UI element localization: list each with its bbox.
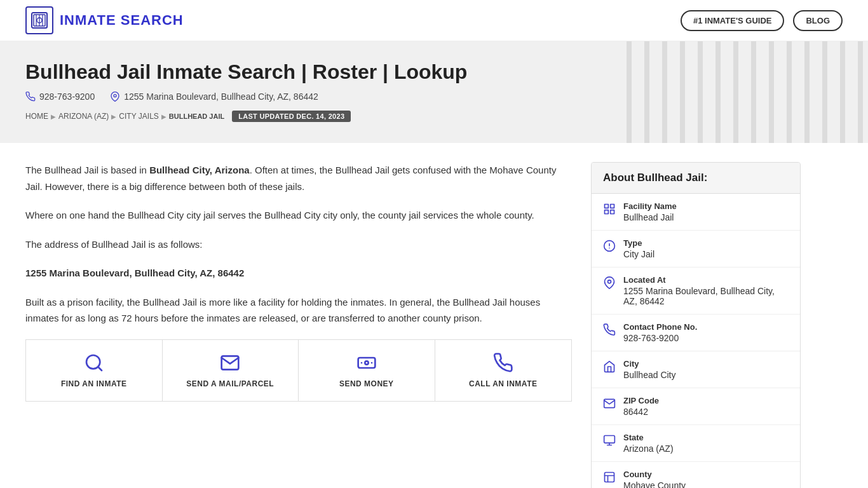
para-1: The Bullhead Jail is based in Bullhead C… [25,162,572,194]
sidebar: About Bullhead Jail: Facility Name Bullh… [591,162,801,488]
city-label: City [623,359,676,369]
location-value: 1255 Marina Boulevard, Bullhead City, AZ… [623,286,789,306]
breadcrumb-sep-3: ▶ [161,113,166,120]
svg-rect-17 [604,436,615,444]
address-block: 1255 Marina Boulevard, Bullhead City, AZ… [25,265,572,281]
svg-point-16 [608,280,611,283]
search-icon [84,353,104,373]
send-money-label: SEND MONEY [339,379,394,388]
facility-name-content: Facility Name Bullhead Jail [623,201,677,222]
svg-rect-14 [605,210,609,214]
zip-value: 86442 [623,407,659,417]
county-icon [603,471,616,484]
zip-label: ZIP Code [623,396,659,405]
type-value: City Jail [623,249,654,259]
location-pin-icon [603,276,616,289]
header-nav: #1 INMATE'S GUIDE BLOG [681,10,843,31]
city-content: City Bullhead City [623,359,676,380]
hero-section: Bullhead Jail Inmate Search | Roster | L… [0,41,868,143]
breadcrumb-state[interactable]: ARIZONA (AZ) [58,112,109,121]
call-inmate-label: CALL AN INMATE [469,379,537,388]
zip-icon [603,397,616,410]
logo-area: INMATE SEARCH [25,6,184,34]
breadcrumb-sep-2: ▶ [111,113,116,120]
hero-background [627,41,868,143]
logo-text: INMATE SEARCH [60,12,184,29]
svg-line-8 [98,367,102,370]
sidebar-location: Located At 1255 Marina Boulevard, Bullhe… [592,268,800,315]
type-content: Type City Jail [623,238,654,259]
send-mail-card[interactable]: SEND A MAIL/PARCEL [163,340,299,401]
inmates-guide-button[interactable]: #1 INMATE'S GUIDE [681,10,784,31]
sidebar-title: About Bullhead Jail: [592,163,800,194]
breadcrumb-current: BULLHEAD JAIL [169,112,224,120]
type-icon [603,240,616,252]
county-label: County [623,470,686,479]
county-value: Mohave County [623,480,686,488]
city-bold: Bullhead City, Arizona [149,165,250,175]
phone-content: Contact Phone No. 928-763-9200 [623,322,697,343]
building-icon [603,203,616,215]
svg-rect-18 [605,473,614,482]
logo-icon [25,6,53,34]
call-icon [493,353,513,373]
phone-meta: 928-763-9200 [25,92,95,102]
city-icon [603,360,616,373]
sidebar-type: Type City Jail [592,231,800,268]
hero-phone: 928-763-9200 [39,92,95,102]
facility-name-value: Bullhead Jail [623,212,677,222]
phone-value: 928-763-9200 [623,333,697,343]
main-content: The Bullhead Jail is based in Bullhead C… [25,162,572,488]
sidebar-card: About Bullhead Jail: Facility Name Bullh… [591,162,801,488]
breadcrumb-sep-1: ▶ [51,113,56,120]
sidebar-county: County Mohave County [592,462,800,488]
svg-rect-11 [605,205,609,208]
para-2: Where on one hand the Bullhead City city… [25,207,572,224]
state-value: Arizona (AZ) [623,444,674,454]
city-value: Bullhead City [623,370,676,380]
state-content: State Arizona (AZ) [623,433,674,454]
para-3: The address of Bullhead Jail is as follo… [25,236,572,253]
main-container: The Bullhead Jail is based in Bullhead C… [0,143,868,488]
hero-address: 1255 Marina Boulevard, Bullhead City, AZ… [124,92,318,102]
phone-label: Contact Phone No. [623,322,697,332]
para-4: Built as a prison facility, the Bullhead… [25,294,572,327]
state-icon [603,434,616,447]
type-label: Type [623,238,654,248]
money-icon [356,353,377,373]
breadcrumb-home[interactable]: HOME [25,112,48,121]
svg-rect-12 [611,205,614,208]
sidebar-city: City Bullhead City [592,351,800,388]
blog-button[interactable]: BLOG [793,10,843,31]
county-content: County Mohave County [623,470,686,488]
sidebar-phone-icon [603,323,616,336]
zip-content: ZIP Code 86442 [623,396,659,417]
facility-name-label: Facility Name [623,201,677,211]
sidebar-phone: Contact Phone No. 928-763-9200 [592,315,800,351]
last-updated-badge: LAST UPDATED DEC. 14, 2023 [232,111,351,122]
header: INMATE SEARCH #1 INMATE'S GUIDE BLOG [0,0,868,41]
svg-point-6 [114,95,116,97]
sidebar-facility-name: Facility Name Bullhead Jail [592,194,800,231]
location-label: Located At [623,275,789,285]
breadcrumb-city-jails[interactable]: CITY JAILS [119,112,158,121]
send-money-card[interactable]: SEND MONEY [299,340,435,401]
location-content: Located At 1255 Marina Boulevard, Bullhe… [623,275,789,306]
svg-point-10 [365,361,368,364]
state-label: State [623,433,674,442]
call-inmate-card[interactable]: CALL AN INMATE [435,340,572,401]
page-title: Bullhead Jail Inmate Search | Roster | L… [25,60,534,84]
sidebar-zip: ZIP Code 86442 [592,388,800,425]
location-icon [110,92,120,102]
address-meta: 1255 Marina Boulevard, Bullhead City, AZ… [110,92,318,102]
find-inmate-card[interactable]: FIND AN INMATE [26,340,163,401]
send-mail-label: SEND A MAIL/PARCEL [186,379,274,388]
find-inmate-label: FIND AN INMATE [61,379,127,388]
svg-rect-13 [611,210,614,214]
sidebar-state: State Arizona (AZ) [592,425,800,462]
action-cards: FIND AN INMATE SEND A MAIL/PARCEL SEND M… [25,339,572,402]
phone-icon [25,92,36,102]
mail-icon [220,353,240,373]
